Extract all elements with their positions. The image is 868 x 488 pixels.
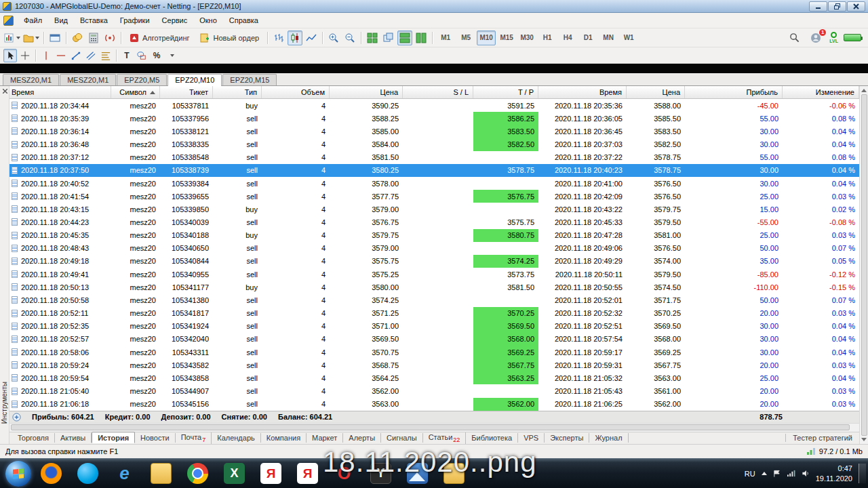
column-header-3[interactable]: Тип — [213, 86, 262, 98]
taskbar-skype-icon[interactable] — [77, 463, 98, 484]
timeframe-H1[interactable]: H1 — [538, 30, 557, 45]
table-row[interactable]: 2020.11.18 20:52:35mesz20105341924sell43… — [9, 320, 859, 333]
toolbox-close-button[interactable] — [1, 87, 8, 94]
timeframe-M5[interactable]: M5 — [456, 30, 475, 45]
taskbar-opera-icon[interactable]: O — [334, 463, 355, 484]
toolbox-side-strip[interactable]: Инструменты — [0, 86, 9, 444]
table-row[interactable]: 2020.11.18 20:58:06mesz20105343311sell43… — [9, 346, 859, 359]
cursor-tool-button[interactable] — [3, 49, 17, 62]
toolbox-side-label[interactable]: Инструменты — [1, 382, 8, 424]
volume-icon[interactable] — [802, 470, 810, 477]
horizontal-line-tool-button[interactable] — [54, 49, 68, 62]
tab-Новости[interactable]: Новости — [135, 433, 176, 443]
action-center-flag-icon[interactable] — [773, 470, 781, 478]
vertical-scrollbar[interactable] — [859, 86, 868, 444]
taskbar-clock[interactable]: 0:47 19.11.2020 — [816, 464, 852, 483]
minimize-button[interactable] — [809, 1, 827, 12]
vertical-scrollbar-thumb[interactable] — [861, 94, 867, 436]
trendline-tool-button[interactable] — [69, 49, 83, 62]
taskbar-yandex-browser-2-icon[interactable]: Я — [297, 463, 318, 484]
tab-Эксперты[interactable]: Эксперты — [545, 433, 589, 443]
chart-tab-EPZ20,M5[interactable]: EPZ20,M5 — [117, 74, 167, 85]
zoom-in-button[interactable] — [326, 30, 341, 45]
new-order-button[interactable]: Новый ордер — [195, 30, 264, 45]
table-row[interactable]: 2020.11.18 20:50:13mesz20105341177buy435… — [9, 281, 859, 293]
taskbar-yandex-browser-icon[interactable]: Я — [260, 463, 281, 484]
taskbar-gallery-icon[interactable] — [407, 463, 428, 484]
lvl-indicator[interactable]: LVL — [829, 32, 838, 43]
timeframe-M15[interactable]: M15 — [497, 30, 516, 45]
search-button[interactable] — [787, 30, 802, 45]
table-row[interactable]: 2020.11.18 20:36:14mesz20105338121sell43… — [9, 125, 859, 138]
show-desktop-button[interactable] — [859, 464, 866, 483]
table-row[interactable]: 2020.11.18 20:59:24mesz20105343582sell43… — [9, 359, 859, 371]
profiles-button[interactable] — [22, 30, 40, 45]
timeframe-D1[interactable]: D1 — [578, 30, 597, 45]
vertical-line-tool-button[interactable] — [39, 49, 53, 62]
column-header-1[interactable]: Символ — [111, 86, 160, 98]
algo-trading-button[interactable]: Алготрейдинг — [125, 30, 194, 45]
table-row[interactable]: 2020.11.18 20:41:54mesz20105339655sell43… — [9, 190, 859, 203]
tab-Библиотека[interactable]: Библиотека — [466, 433, 518, 443]
menu-Графики[interactable]: Графики — [114, 14, 156, 26]
column-header-11[interactable]: Изменение — [783, 86, 859, 98]
timeframe-M30[interactable]: M30 — [517, 30, 536, 45]
tab-Алерты[interactable]: Алерты — [343, 433, 381, 443]
menu-Файл[interactable]: Файл — [18, 14, 48, 26]
chart-tab-EPZ20,M15[interactable]: EPZ20,M15 — [222, 74, 277, 85]
chart-tab-MESZ20,M1[interactable]: MESZ20,M1 — [60, 74, 116, 85]
taskbar-y-browser-icon[interactable]: Y — [370, 463, 391, 484]
tab-Активы[interactable]: Активы — [55, 433, 92, 443]
table-row[interactable]: 2020.11.18 20:34:44mesz20105337811buy435… — [9, 99, 859, 112]
tab-Журнал[interactable]: Журнал — [589, 433, 628, 443]
column-header-2[interactable]: Тикет — [160, 86, 213, 98]
taskbar-ie-icon[interactable]: e — [114, 463, 135, 484]
more-tools-button[interactable] — [165, 49, 178, 62]
tile-windows-button[interactable] — [365, 30, 380, 45]
line-chart-mode-button[interactable] — [304, 30, 319, 45]
table-row[interactable]: 2020.11.18 20:43:15mesz20105339850buy435… — [9, 203, 859, 216]
table-row[interactable]: 2020.11.18 20:37:12mesz20105338548sell43… — [9, 151, 859, 164]
table-row[interactable]: 2020.11.18 20:48:43mesz20105340650sell43… — [9, 242, 859, 255]
restore-button[interactable] — [828, 1, 846, 12]
column-header-9[interactable]: Цена — [627, 86, 685, 98]
column-header-7[interactable]: T / P — [473, 86, 538, 98]
tab-Маркет[interactable]: Маркет — [307, 433, 343, 443]
chart-tab-EPZ20,M10[interactable]: EPZ20,M10 — [167, 74, 222, 86]
timeframe-M1[interactable]: M1 — [436, 30, 455, 45]
percent-tool-button[interactable]: % — [150, 49, 163, 62]
table-row[interactable]: 2020.11.18 20:36:48mesz20105338335sell43… — [9, 138, 859, 150]
zoom-out-button[interactable] — [342, 30, 357, 45]
column-header-5[interactable]: Цена — [330, 86, 403, 98]
text-tool-button[interactable]: T — [120, 49, 134, 62]
fibonacci-tool-button[interactable] — [99, 49, 113, 62]
cascade-windows-button[interactable] — [381, 30, 396, 45]
broadcast-button[interactable] — [102, 30, 117, 45]
chart-tab-MESZ20,M1[interactable]: MESZ20,M1 — [3, 74, 59, 85]
tile-vertical-button[interactable] — [414, 30, 429, 45]
hidden-icons-chevron-icon[interactable] — [762, 472, 767, 475]
timeframe-MN[interactable]: MN — [599, 30, 618, 45]
menu-Вставка[interactable]: Вставка — [74, 14, 114, 26]
crosshair-tool-button[interactable] — [18, 49, 32, 62]
calculator-button[interactable] — [86, 30, 101, 45]
table-row[interactable]: 2020.11.18 20:49:18mesz20105340844sell43… — [9, 255, 859, 268]
column-header-0[interactable]: Время — [9, 86, 111, 98]
tab-Торговля[interactable]: Торговля — [12, 433, 55, 443]
menu-Справка[interactable]: Справка — [223, 14, 264, 26]
scroll-down-arrow-icon[interactable] — [861, 438, 867, 441]
table-row[interactable]: 2020.11.18 20:59:54mesz20105343858sell43… — [9, 371, 859, 384]
taskbar-excel-icon[interactable]: X — [224, 463, 245, 484]
column-header-4[interactable]: Объем — [262, 86, 330, 98]
tab-Сигналы[interactable]: Сигналы — [381, 433, 423, 443]
table-row[interactable]: 2020.11.18 20:37:50mesz20105338739sell43… — [9, 164, 859, 177]
shapes-tool-button[interactable] — [135, 49, 149, 62]
language-indicator[interactable]: RU — [745, 470, 755, 478]
table-row[interactable]: 2020.11.18 20:52:11mesz20105341817sell43… — [9, 307, 859, 320]
tab-VPS[interactable]: VPS — [518, 433, 545, 443]
tab-История[interactable]: История — [92, 432, 135, 443]
taskbar-firefox-icon[interactable] — [41, 463, 62, 484]
new-chart-button[interactable] — [3, 30, 21, 45]
table-row[interactable]: 2020.11.18 21:06:18mesz20105345156sell43… — [9, 398, 859, 411]
table-row[interactable]: 2020.11.18 20:44:23mesz20105340039sell43… — [9, 216, 859, 228]
